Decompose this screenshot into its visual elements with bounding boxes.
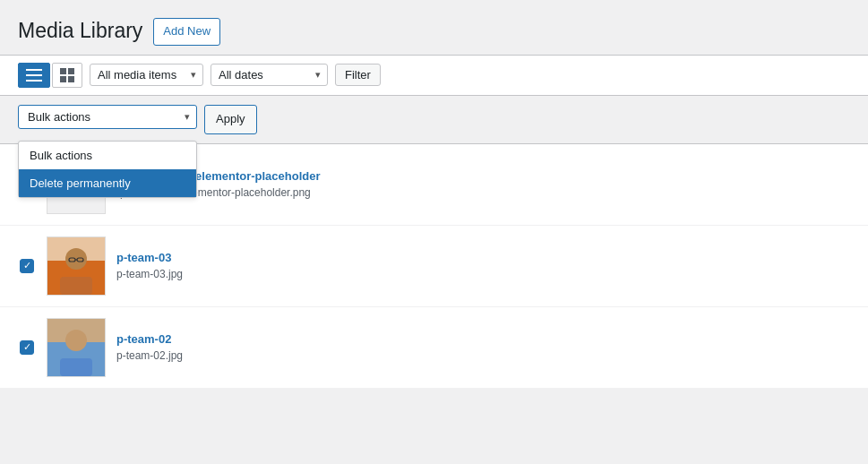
bulk-actions-dropdown: Bulk actions Delete permanently xyxy=(18,141,197,198)
svg-rect-5 xyxy=(60,76,66,82)
media-filter-select[interactable]: All media items Images Audio Video Docum… xyxy=(90,64,203,86)
view-toggle xyxy=(18,63,82,88)
svg-rect-2 xyxy=(26,80,42,82)
add-new-button[interactable]: Add New xyxy=(153,18,220,46)
bulk-select-wrapper: Bulk actions Delete permanently ▾ Bulk a… xyxy=(18,105,197,129)
media-title-link[interactable]: qi-addons-for-elementor-placeholder xyxy=(116,169,850,183)
media-info: p-team-02 p-team-02.jpg xyxy=(116,332,850,362)
date-filter-wrapper: All dates January 2024 December 2023 xyxy=(211,64,328,86)
page-title: Media Library xyxy=(18,18,142,45)
media-filename: p-team-02.jpg xyxy=(116,349,183,362)
media-info: p-team-03 p-team-03.jpg xyxy=(116,251,850,280)
filter-button[interactable]: Filter xyxy=(335,64,381,86)
grid-view-button[interactable] xyxy=(52,63,82,88)
toolbar: All media items Images Audio Video Docum… xyxy=(0,55,868,96)
date-filter-select[interactable]: All dates January 2024 December 2023 xyxy=(211,64,328,86)
svg-rect-0 xyxy=(26,69,42,71)
media-filename: p-team-03.jpg xyxy=(116,268,183,280)
bulk-actions-bar: Bulk actions Delete permanently ▾ Bulk a… xyxy=(0,96,868,143)
media-thumbnail xyxy=(47,318,106,377)
svg-rect-14 xyxy=(60,358,92,376)
media-info: qi-addons-for-elementor-placeholder qi-a… xyxy=(116,169,850,199)
svg-rect-3 xyxy=(60,68,66,74)
page-header: Media Library Add New xyxy=(0,0,868,55)
apply-button[interactable]: Apply xyxy=(204,105,257,134)
table-row: p-team-02 p-team-02.jpg xyxy=(0,307,868,388)
checkbox-wrap xyxy=(18,259,36,273)
media-filter-wrapper: All media items Images Audio Video Docum… xyxy=(90,64,203,86)
media-thumbnail xyxy=(47,236,106,296)
svg-rect-9 xyxy=(60,277,92,295)
page-wrapper: Media Library Add New xyxy=(0,0,868,464)
list-view-button[interactable] xyxy=(18,63,50,88)
bulk-dropdown-item-delete[interactable]: Delete permanently xyxy=(19,169,196,197)
svg-rect-1 xyxy=(26,74,42,76)
media-item-checkbox[interactable] xyxy=(20,259,34,273)
checkbox-wrap xyxy=(18,340,36,355)
svg-point-13 xyxy=(65,330,87,351)
media-item-checkbox[interactable] xyxy=(20,340,34,355)
media-title-link[interactable]: p-team-03 xyxy=(116,251,850,264)
bulk-actions-select[interactable]: Bulk actions Delete permanently xyxy=(18,105,197,129)
svg-rect-4 xyxy=(68,68,74,74)
bulk-dropdown-item-bulk[interactable]: Bulk actions xyxy=(19,142,196,169)
table-row: p-team-03 p-team-03.jpg xyxy=(0,226,868,307)
media-title-link[interactable]: p-team-02 xyxy=(116,332,850,346)
svg-rect-6 xyxy=(68,76,74,82)
